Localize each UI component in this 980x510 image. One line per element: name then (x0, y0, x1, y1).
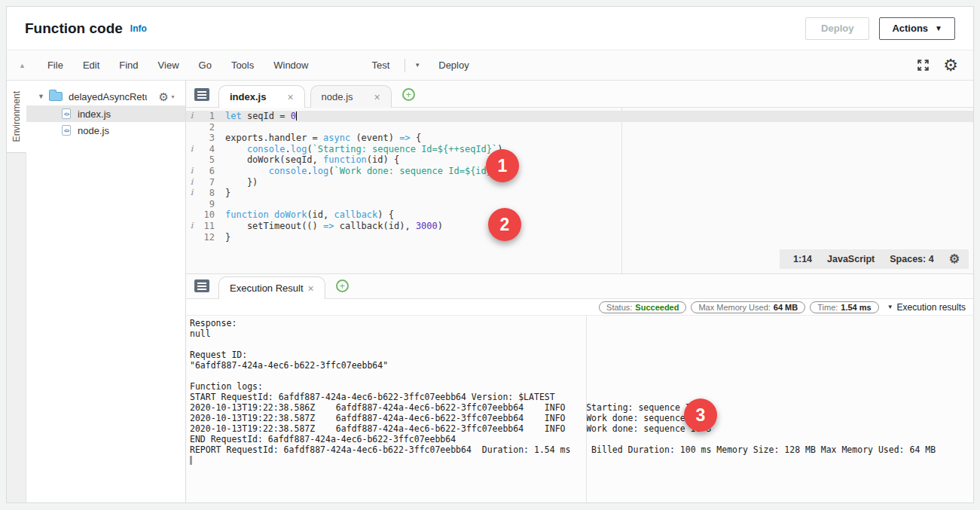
close-tab-icon[interactable]: × (308, 282, 314, 295)
log-line: END RequestId: 6afdf887-424a-4ec6-b622-3… (190, 434, 973, 444)
test-dropdown-icon[interactable]: ▼ (411, 62, 424, 69)
file-tree-panel: ▼ delayedAsyncReturn ⚙ ▼ index.jsnode.js (26, 81, 186, 502)
folder-name: delayedAsyncReturn (69, 91, 147, 102)
menu-find[interactable]: Find (109, 60, 148, 71)
tree-settings-button[interactable]: ⚙ ▼ (159, 91, 176, 102)
indentation-setting[interactable]: Spaces: 4 (890, 254, 933, 264)
new-tab-icon[interactable]: + (402, 88, 415, 101)
tree-file-list: index.jsnode.js (26, 105, 185, 139)
log-line: 2020-10-13T19:22:38.586Z 6afdf887-424a-4… (190, 402, 973, 413)
code-line[interactable]: 3exports.handler = async (event) => { (186, 133, 973, 144)
code-text: console.log(`Work done: sequence Id=${id… (215, 166, 503, 177)
environment-tab[interactable]: Environment (7, 81, 26, 153)
language-mode[interactable]: JavaScript (827, 254, 875, 264)
execution-results-toggle-label: Execution results (897, 302, 966, 313)
log-line: 2020-10-13T19:22:38.587Z 6afdf887-424a-4… (190, 423, 973, 434)
gutter-info-icon: i (186, 188, 197, 199)
code-text: doWork(seqId, function(id) { (215, 154, 399, 166)
menu-window[interactable]: Window (264, 60, 318, 71)
menu-go[interactable]: Go (189, 60, 221, 71)
execution-result-tab[interactable]: Execution Result × (218, 276, 325, 299)
code-text: }) (215, 177, 258, 188)
menu-deploy[interactable]: Deploy (429, 60, 478, 71)
tree-gear-icon: ⚙ (159, 91, 169, 102)
line-number: 5 (197, 154, 215, 166)
menu-file[interactable]: File (38, 60, 73, 71)
code-lines: i1let seqId = 023exports.handler = async… (186, 111, 973, 243)
results-tab-list-icon[interactable] (194, 279, 209, 292)
gutter-info-icon: i (186, 177, 197, 188)
code-line[interactable]: 2 (186, 122, 973, 133)
code-line[interactable]: i4 console.log(`Starting: sequence Id=${… (186, 144, 973, 155)
code-line[interactable]: 10function doWork(id, callback) { (186, 209, 973, 221)
code-line[interactable]: i6 console.log(`Work done: sequence Id=$… (186, 166, 973, 177)
gutter-info-icon (186, 209, 197, 221)
line-number: 11 (197, 221, 215, 232)
gutter-info-icon (186, 133, 197, 144)
gutter-info-icon: i (186, 221, 197, 232)
code-line[interactable]: i11 setTimeout(() => callback(id), 3000) (186, 221, 973, 232)
gutter-info-icon (186, 199, 197, 210)
editor-settings-gear-icon[interactable]: ⚙ (949, 253, 960, 265)
code-text: } (215, 188, 230, 199)
execution-results-caret-icon: ▼ (887, 304, 893, 310)
gutter-info-icon: i (186, 111, 197, 122)
file-name: index.js (78, 108, 111, 120)
collapse-panel-icon[interactable]: ▲ (19, 62, 26, 69)
text-cursor (296, 111, 298, 121)
editor-tabs: index.js×node.js× (218, 84, 397, 107)
code-line[interactable]: 12} (186, 232, 973, 243)
result-badges: Status:SucceededMax Memory Used:64 MBTim… (599, 301, 879, 313)
annotation-circle-2: 2 (488, 208, 521, 241)
execution-log-output[interactable]: Response:null Request ID:"6afdf887-424a-… (186, 316, 973, 502)
code-line[interactable]: 9 (186, 199, 973, 210)
actions-button-label: Actions (892, 23, 928, 34)
results-new-tab-icon[interactable]: + (336, 279, 349, 292)
code-text: let seqId = 0 (215, 111, 297, 122)
tree-folder-row[interactable]: ▼ delayedAsyncReturn ⚙ ▼ (26, 87, 185, 105)
execution-results-toggle[interactable]: ▼ Execution results (887, 302, 966, 313)
settings-gear-icon[interactable]: ⚙ (943, 57, 958, 74)
code-area[interactable]: i1let seqId = 023exports.handler = async… (186, 108, 973, 273)
cursor-position[interactable]: 1:14 (793, 254, 812, 264)
line-number: 2 (197, 122, 215, 133)
log-line: 2020-10-13T19:22:38.587Z 6afdf887-424a-4… (190, 413, 973, 423)
environment-tab-label: Environment (11, 91, 22, 142)
code-text: exports.handler = async (event) => { (215, 133, 421, 144)
close-tab-icon[interactable]: × (374, 91, 380, 103)
tree-item-node.js[interactable]: node.js (26, 122, 185, 139)
line-number: 12 (197, 232, 215, 243)
annotation-circle-1: 1 (486, 149, 519, 182)
menu-tools[interactable]: Tools (221, 60, 264, 71)
code-line[interactable]: i1let seqId = 0 (186, 111, 973, 122)
menu-test[interactable]: Test (362, 60, 399, 71)
result-badge: Status:Succeeded (599, 301, 686, 313)
code-line[interactable]: 5 doWork(seqId, function(id) { (186, 154, 973, 166)
tab-list-icon[interactable] (194, 88, 209, 101)
editor-status-bar: 1:14 JavaScript Spaces: 4 ⚙ (780, 249, 969, 269)
info-link[interactable]: Info (130, 23, 147, 34)
code-line[interactable]: i8} (186, 188, 973, 199)
code-editor-pane: index.js×node.js× + i1let seqId = 023exp… (186, 81, 973, 273)
code-text: } (215, 232, 230, 243)
line-number: 6 (197, 166, 215, 177)
badge-label: Time: (817, 303, 838, 312)
function-code-panel: Function code Info Deploy Actions ▼ ▲ Fi… (6, 6, 974, 503)
editor-tab-index.js[interactable]: index.js× (218, 85, 305, 108)
actions-dropdown-button[interactable]: Actions ▼ (879, 17, 955, 40)
log-line: Response: (190, 318, 973, 328)
deploy-button[interactable]: Deploy (805, 17, 869, 40)
code-line[interactable]: i7 }) (186, 177, 973, 188)
log-line: Request ID: (190, 350, 973, 360)
menu-edit[interactable]: Edit (73, 60, 109, 71)
log-lines: Response:null Request ID:"6afdf887-424a-… (190, 318, 973, 455)
tree-item-index.js[interactable]: index.js (26, 105, 185, 122)
fullscreen-icon[interactable] (917, 59, 930, 72)
close-tab-icon[interactable]: × (287, 91, 293, 103)
editor-tab-node.js[interactable]: node.js× (310, 85, 392, 108)
log-line: null (190, 328, 973, 339)
log-text-cursor (190, 456, 192, 465)
folder-disclosure-icon[interactable]: ▼ (38, 93, 49, 100)
menu-view[interactable]: View (148, 60, 189, 71)
log-line: "6afdf887-424a-4ec6-b622-3ffc07eebb64" (190, 360, 973, 371)
